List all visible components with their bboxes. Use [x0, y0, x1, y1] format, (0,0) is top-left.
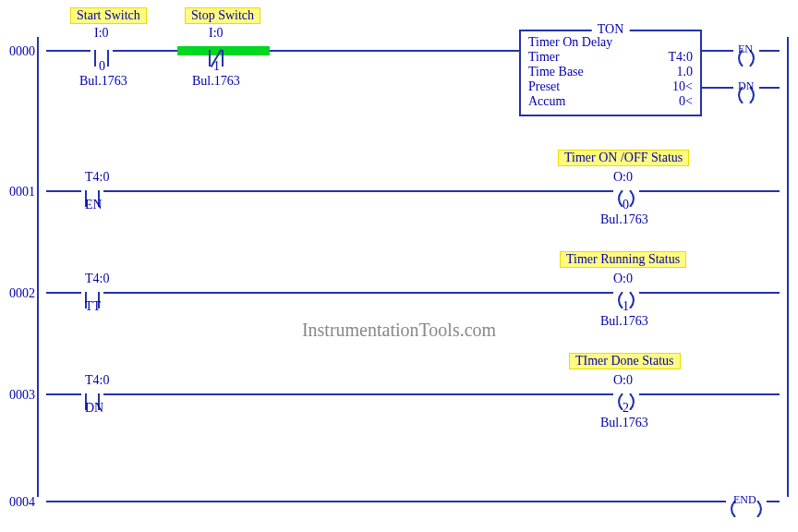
- stop-switch-desc: Bul.1763: [192, 74, 240, 89]
- wire: [759, 50, 780, 52]
- r2-out-desc: Bul.1763: [600, 314, 648, 329]
- ton-v2: 10<: [672, 79, 693, 94]
- wire: [700, 50, 733, 52]
- start-switch-bit: 0: [99, 59, 105, 74]
- ton-title: TON: [592, 22, 630, 37]
- ton-k2: Preset: [528, 79, 560, 94]
- ton-k1: Time Base: [528, 65, 584, 79]
- wire: [639, 292, 780, 294]
- rung-0: 0000 Start Switch I:0 0 Bul.1763 Stop Sw…: [9, 9, 789, 139]
- r1-out-tag: Timer ON /OFF Status: [558, 150, 689, 166]
- wire: [270, 50, 519, 52]
- wire: [46, 501, 726, 502]
- rung-number: 0004: [9, 495, 35, 510]
- r1-out-desc: Bul.1763: [600, 212, 648, 227]
- r2-out-addr: O:0: [613, 272, 633, 286]
- wire: [767, 501, 780, 502]
- ton-instruction: TON Timer On Delay TimerT4:0 Time Base1.…: [519, 30, 702, 116]
- ton-k3: Accum: [528, 94, 565, 109]
- r1-in-addr: T4:0: [85, 170, 109, 185]
- wire: [113, 50, 177, 52]
- r1-in-sub: EN: [85, 198, 103, 212]
- r1-out-addr: O:0: [613, 170, 633, 185]
- rung-number: 0002: [9, 286, 35, 301]
- ton-v1: 1.0: [677, 65, 694, 79]
- wire: [103, 190, 613, 192]
- stop-switch-addr: I:0: [209, 26, 224, 41]
- rung-number: 0003: [9, 388, 35, 403]
- rung-1: 0001 T4:0 EN Timer ON /OFF Status O:0 0 …: [9, 139, 789, 240]
- r3-out-desc: Bul.1763: [600, 416, 648, 430]
- wire: [46, 292, 81, 294]
- wire: [103, 393, 613, 395]
- en-label: EN: [738, 42, 753, 56]
- watermark: InstrumentationTools.com: [302, 320, 496, 341]
- r3-out-addr: O:0: [613, 373, 633, 388]
- ton-v0: T4:0: [669, 50, 693, 65]
- r2-in-sub: TT: [85, 299, 101, 314]
- start-switch-tag: Start Switch: [70, 7, 147, 24]
- r3-in-addr: T4:0: [85, 373, 109, 388]
- wire: [700, 87, 733, 89]
- stop-switch-bit: 1: [213, 59, 220, 74]
- r1-out-bit: 0: [623, 198, 629, 212]
- wire: [639, 393, 780, 395]
- rung-3: 0003 T4:0 DN TImer Done Status O:0 2 Bul…: [9, 342, 789, 443]
- rung-number: 0000: [9, 44, 35, 59]
- rung-4: 0004 END: [9, 443, 789, 508]
- end-label: END: [733, 493, 756, 507]
- wire: [46, 393, 81, 395]
- r3-out-bit: 2: [623, 401, 629, 416]
- r3-in-sub: DN: [85, 401, 103, 416]
- r2-in-addr: T4:0: [85, 272, 109, 286]
- start-switch-addr: I:0: [94, 26, 109, 41]
- wire: [759, 87, 780, 89]
- ton-v3: 0<: [679, 94, 693, 109]
- stop-switch-tag: Stop Switch: [185, 7, 260, 24]
- wire: [639, 190, 780, 192]
- r3-out-tag: TImer Done Status: [569, 353, 681, 369]
- ton-name: Timer On Delay: [528, 35, 693, 50]
- dn-label: DN: [738, 79, 754, 93]
- ton-k0: Timer: [528, 50, 560, 65]
- rung-number: 0001: [9, 185, 35, 200]
- r2-out-tag: Timer Running Status: [560, 251, 686, 268]
- wire: [46, 50, 91, 52]
- start-switch-desc: Bul.1763: [79, 74, 127, 89]
- wire: [103, 292, 613, 294]
- r2-out-bit: 1: [623, 299, 629, 314]
- wire: [46, 190, 81, 192]
